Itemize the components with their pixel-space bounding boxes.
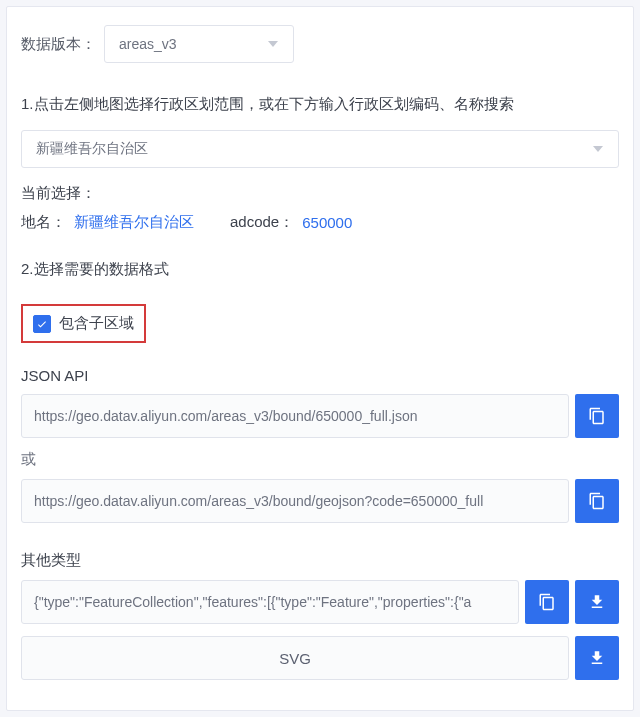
current-selection-values: 地名： 新疆维吾尔自治区 adcode： 650000	[21, 213, 619, 232]
copy-icon	[588, 492, 606, 510]
name-value: 新疆维吾尔自治区	[74, 213, 194, 232]
include-sub-label: 包含子区域	[59, 314, 134, 333]
step2-text: 2.选择需要的数据格式	[21, 258, 619, 281]
geojson-body-row	[21, 580, 619, 624]
current-selection-label: 当前选择：	[21, 184, 619, 203]
or-label: 或	[21, 450, 619, 469]
region-select[interactable]: 新疆维吾尔自治区	[21, 130, 619, 168]
geojson-body-input[interactable]	[21, 580, 519, 624]
include-sub-checkbox[interactable]	[33, 315, 51, 333]
name-key: 地名：	[21, 213, 66, 232]
copy-button[interactable]	[575, 394, 619, 438]
chevron-down-icon	[592, 143, 604, 155]
version-label: 数据版本：	[21, 35, 96, 54]
adcode-key: adcode：	[230, 213, 294, 232]
svg-button[interactable]: SVG	[21, 636, 569, 680]
json-url1-row	[21, 394, 619, 438]
json-url1-input[interactable]	[21, 394, 569, 438]
region-select-value: 新疆维吾尔自治区	[36, 140, 148, 158]
download-button[interactable]	[575, 580, 619, 624]
include-sub-highlight: 包含子区域	[21, 304, 146, 343]
download-icon	[588, 593, 606, 611]
copy-icon	[538, 593, 556, 611]
version-select[interactable]: areas_v3	[104, 25, 294, 63]
config-panel: 数据版本： areas_v3 1.点击左侧地图选择行政区划范围，或在下方输入行政…	[6, 6, 634, 711]
json-url2-input[interactable]	[21, 479, 569, 523]
copy-button[interactable]	[575, 479, 619, 523]
copy-icon	[588, 407, 606, 425]
adcode-value: 650000	[302, 214, 352, 231]
copy-button[interactable]	[525, 580, 569, 624]
json-url2-row	[21, 479, 619, 523]
version-row: 数据版本： areas_v3	[21, 25, 619, 63]
step1-text: 1.点击左侧地图选择行政区划范围，或在下方输入行政区划编码、名称搜索	[21, 93, 619, 116]
other-type-label: 其他类型	[21, 551, 619, 570]
download-button[interactable]	[575, 636, 619, 680]
svg-row: SVG	[21, 636, 619, 680]
chevron-down-icon	[267, 38, 279, 50]
version-select-value: areas_v3	[119, 36, 177, 52]
check-icon	[36, 318, 48, 330]
svg-label: SVG	[279, 650, 311, 667]
download-icon	[588, 649, 606, 667]
json-api-label: JSON API	[21, 367, 619, 384]
